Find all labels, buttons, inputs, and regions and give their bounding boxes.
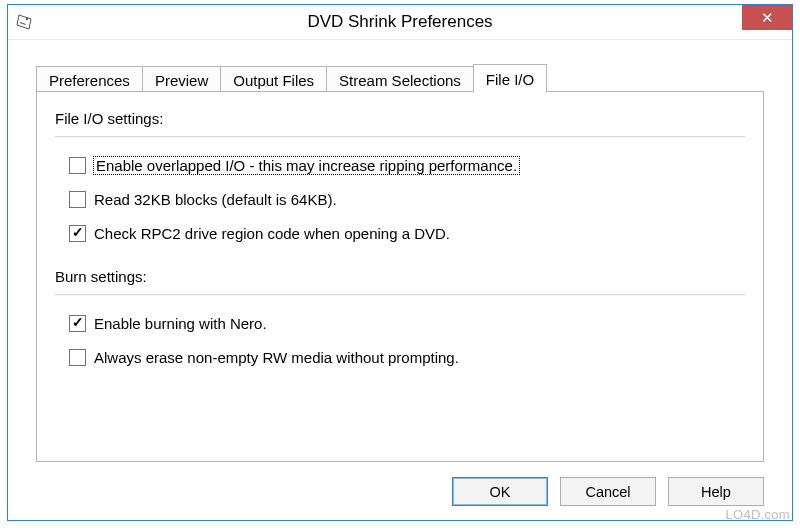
checkbox-row-enable-nero[interactable]: Enable burning with Nero.	[69, 312, 267, 334]
tab-stream-selections[interactable]: Stream Selections	[326, 66, 474, 93]
button-label: OK	[490, 484, 511, 500]
tab-label: File I/O	[486, 71, 534, 88]
tab-preferences[interactable]: Preferences	[36, 66, 143, 93]
checkbox-label-overlapped-io[interactable]: Enable overlapped I/O - this may increas…	[94, 157, 519, 174]
section-heading-file-io: File I/O settings:	[55, 110, 163, 127]
app-icon	[16, 13, 34, 31]
tab-label: Stream Selections	[339, 72, 461, 89]
close-button[interactable]: ✕	[742, 5, 792, 30]
section-heading-burn: Burn settings:	[55, 268, 147, 285]
divider	[55, 136, 745, 138]
client-area: Preferences Preview Output Files Stream …	[8, 40, 792, 520]
tab-strip: Preferences Preview Output Files Stream …	[36, 61, 766, 92]
svg-point-1	[26, 18, 28, 20]
tab-label: Output Files	[233, 72, 314, 89]
title-bar[interactable]: DVD Shrink Preferences ✕	[8, 5, 792, 40]
checkbox-check-rpc2[interactable]	[69, 225, 86, 242]
checkbox-row-read-32kb[interactable]: Read 32KB blocks (default is 64KB).	[69, 188, 337, 210]
tab-label: Preferences	[49, 72, 130, 89]
ok-button[interactable]: OK	[452, 477, 548, 506]
tab-preview[interactable]: Preview	[142, 66, 221, 93]
checkbox-label-always-erase[interactable]: Always erase non-empty RW media without …	[94, 349, 459, 366]
checkbox-row-overlapped-io[interactable]: Enable overlapped I/O - this may increas…	[69, 154, 519, 176]
checkbox-overlapped-io[interactable]	[69, 157, 86, 174]
checkbox-row-check-rpc2[interactable]: Check RPC2 drive region code when openin…	[69, 222, 450, 244]
checkbox-read-32kb[interactable]	[69, 191, 86, 208]
help-button[interactable]: Help	[668, 477, 764, 506]
checkbox-enable-nero[interactable]	[69, 315, 86, 332]
tab-output-files[interactable]: Output Files	[220, 66, 327, 93]
preferences-window: DVD Shrink Preferences ✕ Preferences Pre…	[7, 4, 793, 521]
tab-file-io[interactable]: File I/O	[473, 64, 547, 93]
divider	[55, 294, 745, 296]
tab-label: Preview	[155, 72, 208, 89]
button-bar: OK Cancel Help	[452, 477, 764, 506]
checkbox-row-always-erase[interactable]: Always erase non-empty RW media without …	[69, 346, 459, 368]
checkbox-always-erase[interactable]	[69, 349, 86, 366]
checkbox-label-read-32kb[interactable]: Read 32KB blocks (default is 64KB).	[94, 191, 337, 208]
tab-panel-file-io: File I/O settings: Enable overlapped I/O…	[36, 91, 764, 462]
button-label: Help	[701, 484, 731, 500]
stage: DVD Shrink Preferences ✕ Preferences Pre…	[0, 0, 800, 530]
cancel-button[interactable]: Cancel	[560, 477, 656, 506]
close-icon: ✕	[761, 9, 774, 27]
window-title: DVD Shrink Preferences	[307, 12, 492, 32]
checkbox-label-check-rpc2[interactable]: Check RPC2 drive region code when openin…	[94, 225, 450, 242]
checkbox-label-enable-nero[interactable]: Enable burning with Nero.	[94, 315, 267, 332]
button-label: Cancel	[585, 484, 630, 500]
svg-marker-0	[17, 15, 31, 29]
